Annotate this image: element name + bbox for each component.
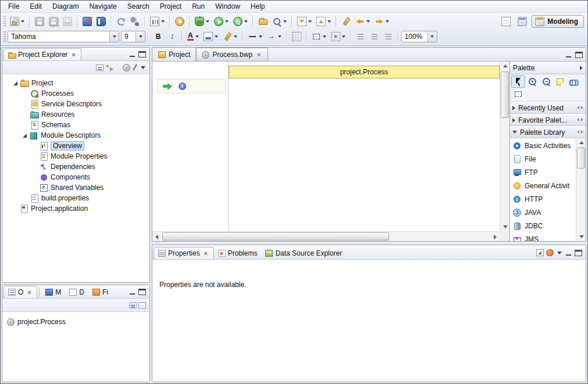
menu-help[interactable]: Help <box>245 1 270 12</box>
zoom-combo[interactable]: 100% <box>401 31 437 42</box>
close-icon[interactable] <box>26 289 33 296</box>
horizontal-scroll-thumb[interactable] <box>162 232 389 241</box>
search-button[interactable] <box>270 15 289 28</box>
scroll-right-icon[interactable] <box>491 232 500 241</box>
tree-item-build-properties[interactable]: build.properties <box>2 193 149 203</box>
palette-section-recently-used[interactable]: Recently Used <box>510 102 586 114</box>
tab-m[interactable]: M <box>41 286 65 298</box>
minimize-icon[interactable] <box>129 51 136 58</box>
font-size-combo[interactable]: 9 <box>121 31 145 42</box>
pin-section-icon[interactable] <box>577 117 583 123</box>
close-icon[interactable] <box>202 250 209 257</box>
close-icon[interactable] <box>70 51 77 58</box>
scroll-up-icon[interactable] <box>577 138 586 147</box>
next-annotation-button[interactable] <box>295 15 314 28</box>
line-style-button[interactable] <box>245 30 265 44</box>
font-name-combo[interactable]: Tahoma <box>8 31 119 42</box>
scroll-left-icon[interactable] <box>152 232 161 241</box>
arrow-style-button[interactable] <box>265 30 284 44</box>
process-title-bar[interactable]: project.Process <box>229 66 500 78</box>
vertical-scrollbar[interactable] <box>500 62 509 231</box>
tab-project-editor[interactable]: Project <box>153 48 196 61</box>
menu-edit[interactable]: Edit <box>24 1 47 12</box>
scroll-down-icon[interactable] <box>577 232 586 241</box>
menu-search[interactable]: Search <box>122 1 155 12</box>
save-button[interactable] <box>33 15 47 28</box>
maximize-icon[interactable] <box>138 51 146 58</box>
palette-item-ftp[interactable]: FTP <box>510 166 576 179</box>
overview-mode-icon[interactable] <box>138 302 146 308</box>
tree-mode-icon[interactable] <box>129 302 137 308</box>
print-button[interactable] <box>60 15 74 28</box>
note-tool[interactable] <box>553 76 567 88</box>
tree-item-processes[interactable]: Processes <box>2 88 149 99</box>
menu-window[interactable]: Window <box>210 1 245 12</box>
palette-section-library[interactable]: Palette Library <box>510 126 586 138</box>
link-with-editor-icon[interactable] <box>105 64 113 71</box>
import-button[interactable] <box>94 15 108 28</box>
debug-button[interactable] <box>193 15 212 28</box>
align-right-button[interactable] <box>382 30 395 44</box>
horizontal-scrollbar[interactable] <box>152 231 500 241</box>
collapse-palette-icon[interactable] <box>580 66 583 70</box>
palette-item-jdbc[interactable]: JDBC <box>510 219 576 232</box>
show-grid-button[interactable] <box>290 30 304 44</box>
combo-arrow[interactable] <box>109 31 119 42</box>
flow-start-icon[interactable] <box>163 83 173 89</box>
font-color-button[interactable]: A <box>185 30 201 44</box>
tree-item-project[interactable]: Project <box>2 78 149 88</box>
link-tool[interactable] <box>567 76 581 88</box>
pin-icon[interactable] <box>132 64 138 71</box>
palette-item-java[interactable]: JAVA <box>510 206 576 219</box>
tab-properties[interactable]: Properties <box>154 247 214 259</box>
tab-project-explorer[interactable]: Project Explorer <box>3 48 81 60</box>
tree-item-service-descriptors[interactable]: Service Descriptors <box>2 99 149 109</box>
palette-item-jms[interactable]: JMS <box>510 232 576 241</box>
process-canvas[interactable]: project.Process <box>152 62 509 241</box>
line-color-button[interactable] <box>220 30 240 44</box>
scroll-up-icon[interactable] <box>501 62 509 70</box>
open-resource-button[interactable] <box>256 15 270 28</box>
info-icon[interactable] <box>179 82 186 90</box>
select-mode-button[interactable] <box>309 30 329 44</box>
reports-button[interactable] <box>148 15 167 28</box>
tab-problems[interactable]: Problems <box>214 247 262 259</box>
menu-project[interactable]: Project <box>155 1 187 12</box>
tab-d[interactable]: D <box>65 286 88 298</box>
tree-item-module-properties[interactable]: Module Properties <box>2 151 149 162</box>
minimize-icon[interactable] <box>565 250 572 256</box>
combo-arrow[interactable] <box>427 31 437 42</box>
restore-view-icon[interactable] <box>536 249 544 256</box>
new-application-button[interactable] <box>80 15 94 28</box>
marquee-tool[interactable] <box>511 88 525 100</box>
vertical-scroll-thumb[interactable] <box>501 71 509 118</box>
pin-section-icon[interactable] <box>577 105 583 110</box>
new-wizard-button[interactable] <box>8 15 27 28</box>
palette-header[interactable]: Palette <box>510 62 586 74</box>
run-button[interactable] <box>212 15 231 28</box>
focus-icon[interactable] <box>123 64 130 71</box>
tab-fi[interactable]: Fi <box>88 286 112 298</box>
align-left-button[interactable] <box>354 30 368 44</box>
tree-item-module-descriptors[interactable]: Module Descriptors <box>2 130 149 141</box>
snap-to-grid-button[interactable] <box>329 30 348 44</box>
zoom-out-tool[interactable] <box>539 76 553 88</box>
open-perspective-button[interactable] <box>515 15 529 28</box>
combo-arrow[interactable] <box>136 31 145 42</box>
palette-section-favorite[interactable]: Favorite Palet... <box>510 114 586 126</box>
tree-item-dependencies[interactable]: Dependencies <box>2 162 149 172</box>
build-button[interactable] <box>128 15 142 28</box>
selection-tool[interactable] <box>511 76 525 88</box>
maximize-icon[interactable] <box>138 289 146 295</box>
menu-diagram[interactable]: Diagram <box>47 1 84 12</box>
pin-section-icon[interactable] <box>577 130 583 135</box>
modeling-perspective-button[interactable]: Modeling <box>532 15 584 28</box>
menu-navigate[interactable]: Navigate <box>84 1 122 12</box>
last-edit-button[interactable] <box>339 15 353 28</box>
tree-item-components[interactable]: Components <box>2 172 149 182</box>
filter-icon[interactable] <box>546 249 554 256</box>
scroll-down-icon[interactable] <box>501 222 509 231</box>
tree-item-project-application[interactable]: Project.application <box>2 203 149 214</box>
minimize-icon[interactable] <box>129 289 136 295</box>
tree-item-schemas[interactable]: Schemas <box>2 120 149 130</box>
